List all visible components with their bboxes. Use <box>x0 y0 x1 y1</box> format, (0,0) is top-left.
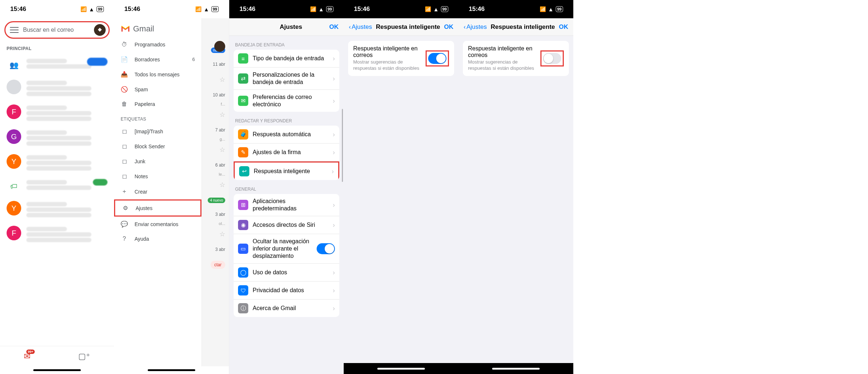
group-inbox: ≡ Tipo de bandeja de entrada › ⇄ Persona… <box>234 50 339 112</box>
section-inbox: BANDEJA DE ENTRADA <box>229 36 344 50</box>
smart-reply-toggle-row[interactable]: Respuesta inteligente en correos Mostrar… <box>348 41 454 76</box>
wifi-icon: ▲ <box>433 6 439 12</box>
smart-reply-toggle[interactable] <box>428 53 446 64</box>
trash-icon: 🗑 <box>121 101 128 107</box>
new-badge: 4 nuevo <box>208 198 225 203</box>
compose-hint[interactable]: ctar <box>211 261 225 269</box>
star-icon[interactable]: ☆ <box>219 146 225 154</box>
email-row[interactable]: F <box>0 222 114 247</box>
scrollbar[interactable] <box>342 109 343 182</box>
chevron-left-icon: ‹ <box>464 23 466 31</box>
screen-smart-reply-off: 15:46 📶 ▲ 99 ‹ Ajustes Respuesta intelig… <box>458 0 573 374</box>
home-indicator <box>148 369 195 371</box>
row-smart-reply[interactable]: ↩ Respuesta inteligente › <box>234 161 339 180</box>
drawer-label-item[interactable]: ◻ Block Sender <box>114 139 201 154</box>
people-icon: 👥 <box>7 58 21 72</box>
settings-body[interactable]: BANDEJA DE ENTRADA ≡ Tipo de bandeja de … <box>229 36 344 374</box>
back-button[interactable]: ‹ Ajustes <box>464 23 487 31</box>
status-icons: 📶 ▲ 99 <box>540 6 563 12</box>
row-signature[interactable]: ✎ Ajustes de la firma › <box>234 144 339 161</box>
row-inbox-customizations[interactable]: ⇄ Personalizaciones de la bandeja de ent… <box>234 68 339 90</box>
gmail-brand-text: Gmail <box>133 24 154 34</box>
row-hide-bottom-nav[interactable]: ▭ Ocultar la navegación inferior durante… <box>234 234 339 264</box>
social-category-row[interactable]: 👥 <box>0 54 114 76</box>
siri-icon: ◉ <box>238 220 248 230</box>
gmail-logo: Gmail <box>114 18 201 37</box>
behind-row: 11 abr <box>202 57 229 71</box>
home-indicator <box>377 368 425 370</box>
meet-tab[interactable]: ▢⁺ <box>78 352 90 361</box>
drawer-help[interactable]: ? Ayuda <box>114 232 201 246</box>
ok-button[interactable]: OK <box>444 23 453 31</box>
email-row[interactable]: Y <box>0 197 114 222</box>
drawer-label-item[interactable]: ◻ Notes <box>114 169 201 184</box>
email-row[interactable]: F <box>0 101 114 126</box>
data-icon: ◯ <box>238 267 248 278</box>
row-about-gmail[interactable]: ⓘ Acerca de Gmail › <box>234 299 339 317</box>
inbox-section-label: PRINCIPAL <box>0 42 114 54</box>
star-icon[interactable]: ☆ <box>219 230 225 238</box>
ok-button[interactable]: OK <box>329 23 339 31</box>
battery-icon: 99 <box>441 6 448 12</box>
label-icon: ◻ <box>121 158 128 165</box>
promotions-category-row[interactable]: 🏷 <box>0 175 114 197</box>
drawer-drafts[interactable]: 📄 Borradores 6 <box>114 52 201 67</box>
chevron-right-icon: › <box>333 269 335 276</box>
sender-avatar: G <box>7 129 21 144</box>
sender-avatar: Y <box>7 201 21 215</box>
drawer-spam[interactable]: 🚫 Spam <box>114 82 201 97</box>
email-row[interactable]: G <box>0 126 114 150</box>
hamburger-icon[interactable] <box>10 26 19 34</box>
smart-reply-toggle[interactable] <box>543 53 561 64</box>
row-siri-shortcuts[interactable]: ◉ Accesos directos de Siri › <box>234 216 339 234</box>
drawer-settings[interactable]: ⚙ Ajustes <box>114 199 201 217</box>
status-icons: 📶 ▲ 99 <box>425 6 448 12</box>
drawer-label-item[interactable]: ◻ [Imap]/Trash <box>114 124 201 139</box>
section-general: GENERAL <box>229 180 344 194</box>
file-icon: 📄 <box>121 56 128 63</box>
toggle-text: Respuesta inteligente en correos Mostrar… <box>353 45 422 72</box>
search-placeholder[interactable]: Buscar en el correo <box>23 27 94 33</box>
vacation-icon: 🧳 <box>238 129 248 140</box>
smart-reply-toggle-row[interactable]: Respuesta inteligente en correos Mostrar… <box>463 41 569 76</box>
row-email-preferences[interactable]: ✉ Preferencias de correo electrónico › <box>234 90 339 112</box>
status-time: 15:46 <box>469 5 484 13</box>
star-icon[interactable]: ☆ <box>219 111 225 119</box>
chevron-right-icon: › <box>333 55 335 62</box>
row-inbox-type[interactable]: ≡ Tipo de bandeja de entrada › <box>234 50 339 68</box>
drawer-scheduled[interactable]: ⏱ Programados <box>114 37 201 52</box>
drawer-section-labels: ETIQUETAS <box>114 111 201 124</box>
email-row[interactable]: Y <box>0 150 114 175</box>
account-avatar[interactable] <box>214 41 225 52</box>
row-default-apps[interactable]: ⊞ Aplicaciones predeterminadas › <box>234 194 339 216</box>
back-button[interactable]: ‹ Ajustes <box>349 23 372 31</box>
drawer-feedback[interactable]: 💬 Enviar comentarios <box>114 217 201 232</box>
sender-avatar: F <box>7 104 21 119</box>
row-data-privacy[interactable]: 🛡 Privacidad de datos › <box>234 282 339 299</box>
chevron-right-icon: › <box>333 97 335 105</box>
account-avatar[interactable] <box>94 24 106 36</box>
row-data-usage[interactable]: ◯ Uso de datos › <box>234 264 339 282</box>
signal-icon: 📶 <box>80 6 87 12</box>
smart-reply-body: Respuesta inteligente en correos Mostrar… <box>458 36 573 363</box>
status-bar: 15:46 📶 ▲ 99 <box>344 0 458 18</box>
row-auto-reply[interactable]: 🧳 Respuesta automática › <box>234 126 339 144</box>
drawer-create-label[interactable]: ＋ Crear <box>114 184 201 199</box>
ok-button[interactable]: OK <box>559 23 568 31</box>
group-compose: 🧳 Respuesta automática › ✎ Ajustes de la… <box>234 126 339 180</box>
drawer-all-mail[interactable]: 📥 Todos los mensajes <box>114 67 201 82</box>
signal-icon: 📶 <box>425 6 431 12</box>
drawer-label-item[interactable]: ◻ Junk <box>114 154 201 169</box>
pencil-icon: ✎ <box>238 147 248 157</box>
search-bar[interactable]: Buscar en el correo <box>4 21 110 39</box>
star-icon[interactable]: ☆ <box>219 76 225 84</box>
email-row[interactable] <box>0 76 114 101</box>
hide-nav-toggle[interactable] <box>317 243 335 254</box>
settings-header: Ajustes OK <box>229 18 344 36</box>
drawer-trash[interactable]: 🗑 Papelera <box>114 97 201 111</box>
list-icon: ≡ <box>238 53 248 64</box>
mail-tab[interactable]: ✉ 99+ <box>24 352 30 361</box>
gmail-m-icon <box>121 25 130 33</box>
shield-icon: 🛡 <box>238 285 248 295</box>
star-icon[interactable]: ☆ <box>219 181 225 189</box>
